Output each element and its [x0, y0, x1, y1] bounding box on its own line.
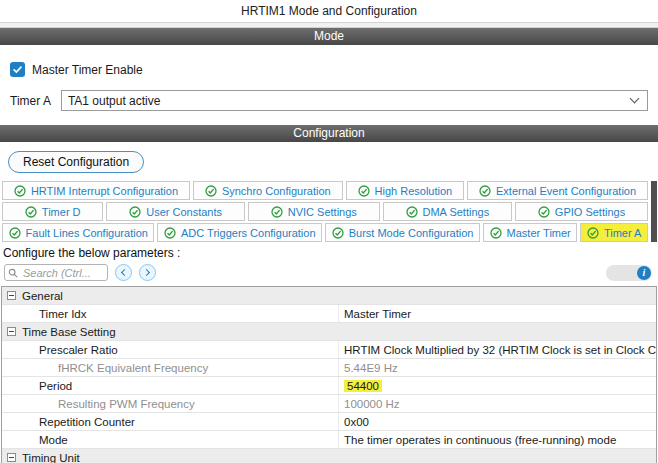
section-row-general[interactable]: General	[2, 287, 656, 305]
tab-label: External Event Configuration	[496, 185, 636, 197]
param-row-mode: ModeThe timer operates in continuous (fr…	[2, 431, 656, 449]
check-circle-icon	[14, 185, 26, 197]
tab-label: Synchro Configuration	[222, 185, 331, 197]
param-name: fHRCK Equivalent Frequency	[2, 359, 338, 376]
chevron-down-icon	[630, 94, 640, 104]
check-circle-icon	[205, 185, 217, 197]
tab-timer-a[interactable]: Timer A	[580, 223, 648, 242]
param-name: Resulting PWM Frequency	[2, 395, 338, 412]
param-value[interactable]: Master Timer	[338, 305, 656, 322]
mode-body: Master Timer Enable Timer A TA1 output a…	[0, 45, 658, 125]
check-circle-icon	[164, 227, 176, 239]
param-name: Timer Idx	[2, 305, 338, 322]
check-circle-icon	[271, 206, 283, 218]
config-tabs: HRTIM Interrupt ConfigurationSynchro Con…	[0, 181, 658, 242]
param-value[interactable]: 0x00	[338, 413, 656, 430]
param-value[interactable]: 5.44E9 Hz	[338, 359, 656, 376]
check-circle-icon	[490, 227, 502, 239]
tab-dma-settings[interactable]: DMA Settings	[383, 202, 512, 221]
tab-row-1: HRTIM Interrupt ConfigurationSynchro Con…	[2, 181, 648, 200]
collapse-minus-icon[interactable]	[7, 453, 16, 462]
tab-hrtim-interrupt-configuration[interactable]: HRTIM Interrupt Configuration	[2, 181, 190, 200]
timer-a-label: Timer A	[10, 94, 51, 108]
tab-high-resolution[interactable]: High Resolution	[346, 181, 464, 200]
check-circle-icon	[587, 227, 599, 239]
param-row-fhrck-equivalent-frequency: fHRCK Equivalent Frequency5.44E9 Hz	[2, 359, 656, 377]
collapse-minus-icon[interactable]	[7, 327, 16, 336]
configuration-body: Reset Configuration HRTIM Interrupt Conf…	[0, 142, 658, 463]
check-circle-icon	[538, 206, 550, 218]
section-label: Timing Unit	[22, 452, 80, 463]
previous-match-button[interactable]	[115, 264, 132, 281]
mode-bar: Mode	[0, 28, 658, 45]
param-row-repetition-counter: Repetition Counter0x00	[2, 413, 656, 431]
tab-adc-triggers-configuration[interactable]: ADC Triggers Configuration	[157, 223, 322, 242]
section-label: Time Base Setting	[22, 326, 116, 338]
chevron-left-icon	[121, 269, 128, 276]
tab-user-constants[interactable]: User Constants	[106, 202, 245, 221]
tab-label: Master Timer	[507, 227, 571, 239]
tab-timer-d[interactable]: Timer D	[2, 202, 103, 221]
tab-label: ADC Triggers Configuration	[181, 227, 316, 239]
search-row: i	[4, 264, 652, 281]
check-circle-icon	[25, 206, 37, 218]
check-circle-icon	[332, 227, 344, 239]
tab-label: GPIO Settings	[555, 206, 625, 218]
configuration-bar: Configuration	[0, 125, 658, 142]
tab-label: Timer A	[604, 227, 642, 239]
param-value[interactable]: 100000 Hz	[338, 395, 656, 412]
param-value[interactable]: HRTIM Clock Multiplied by 32 (HRTIM Cloc…	[338, 341, 656, 358]
chevron-right-icon	[143, 269, 150, 276]
check-circle-icon	[479, 185, 491, 197]
param-name: Period	[2, 377, 338, 394]
param-value[interactable]: The timer operates in continuous (free-r…	[338, 431, 656, 448]
check-circle-icon	[406, 206, 418, 218]
search-icon	[8, 268, 18, 278]
tab-gpio-settings[interactable]: GPIO Settings	[515, 202, 648, 221]
tab-fault-lines-configuration[interactable]: Fault Lines Configuration	[2, 223, 154, 242]
check-circle-icon	[129, 206, 141, 218]
master-timer-enable-checkbox[interactable]: Master Timer Enable	[0, 45, 658, 77]
tab-burst-mode-configuration[interactable]: Burst Mode Configuration	[325, 223, 480, 242]
tab-label: HRTIM Interrupt Configuration	[31, 185, 178, 197]
info-icon: i	[637, 266, 651, 280]
param-table: GeneralTimer IdxMaster TimerTime Base Se…	[1, 286, 657, 463]
tab-synchro-configuration[interactable]: Synchro Configuration	[193, 181, 343, 200]
configure-parameters-label: Configure the below parameters :	[3, 246, 658, 260]
tab-label: High Resolution	[375, 185, 453, 197]
tab-label: Timer D	[42, 206, 81, 218]
timer-a-select[interactable]: TA1 output active	[61, 90, 648, 111]
section-row-time-base-setting[interactable]: Time Base Setting	[2, 323, 656, 341]
tab-label: NVIC Settings	[288, 206, 357, 218]
param-name: Repetition Counter	[2, 413, 338, 430]
tab-external-event-configuration[interactable]: External Event Configuration	[467, 181, 648, 200]
section-label: General	[22, 290, 63, 302]
tab-row-3: Fault Lines ConfigurationADC Triggers Co…	[2, 223, 648, 242]
param-row-timer-idx: Timer IdxMaster Timer	[2, 305, 656, 323]
section-row-timing-unit[interactable]: Timing Unit	[2, 449, 656, 463]
reset-configuration-button[interactable]: Reset Configuration	[8, 151, 144, 173]
param-value[interactable]: 54400	[338, 377, 656, 394]
param-row-period: Period54400	[2, 377, 656, 395]
tab-row-2: Timer DUser ConstantsNVIC SettingsDMA Se…	[2, 202, 648, 221]
search-input[interactable]	[21, 266, 104, 280]
next-match-button[interactable]	[139, 264, 156, 281]
param-name: Prescaler Ratio	[2, 341, 338, 358]
collapse-minus-icon[interactable]	[7, 291, 16, 300]
tabs-scrollbar[interactable]	[651, 181, 657, 242]
check-circle-icon	[358, 185, 370, 197]
tab-nvic-settings[interactable]: NVIC Settings	[248, 202, 380, 221]
info-button[interactable]: i	[606, 265, 652, 281]
param-row-resulting-pwm-frequency: Resulting PWM Frequency100000 Hz	[2, 395, 656, 413]
param-row-prescaler-ratio: Prescaler RatioHRTIM Clock Multiplied by…	[2, 341, 656, 359]
search-box	[4, 264, 108, 281]
tab-label: Fault Lines Configuration	[26, 227, 148, 239]
tab-label: Burst Mode Configuration	[349, 227, 474, 239]
tab-master-timer[interactable]: Master Timer	[483, 223, 577, 242]
master-timer-enable-label: Master Timer Enable	[32, 63, 143, 77]
param-name: Mode	[2, 431, 338, 448]
checkbox-checked-icon	[10, 62, 25, 77]
tab-label: DMA Settings	[423, 206, 490, 218]
tab-label: User Constants	[146, 206, 222, 218]
timer-a-row: Timer A TA1 output active	[0, 77, 658, 125]
